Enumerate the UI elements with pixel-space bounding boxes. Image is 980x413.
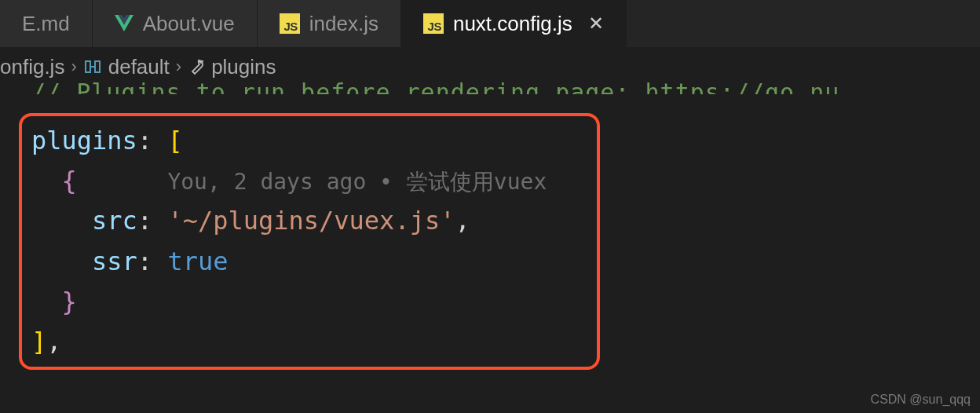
close-icon[interactable]: ✕ [588, 13, 604, 35]
js-icon: JS [280, 13, 300, 34]
tab-label: E.md [22, 12, 70, 36]
highlighted-code-block: plugins: [ { You, 2 days ago • 尝试使用vuex … [19, 113, 600, 370]
code-line: ], [31, 322, 587, 362]
wrench-icon [188, 58, 205, 75]
code-line: src: '~/plugins/vuex.js', [31, 201, 587, 241]
watermark: CSDN @sun_qqq [871, 393, 971, 407]
js-icon: JS [423, 13, 444, 34]
code-line: plugins: [ [31, 121, 587, 161]
tab-index-js[interactable]: JS index.js [258, 0, 401, 47]
code-line: } [31, 282, 587, 322]
module-icon [83, 59, 102, 75]
code-line: ssr: true [31, 242, 587, 282]
code-line: { You, 2 days ago • 尝试使用vuex [31, 161, 587, 201]
tab-label: index.js [309, 12, 378, 36]
tab-label: nuxt.config.js [453, 12, 572, 36]
tab-about-vue[interactable]: About.vue [93, 0, 258, 47]
git-blame-annotation: You, 2 days ago • 尝试使用vuex [167, 169, 547, 195]
tab-label: About.vue [143, 12, 235, 36]
editor-tabs: E.md About.vue JS index.js JS nuxt.confi… [0, 0, 980, 47]
code-comment-line: // Plugins to run before rendering page:… [0, 74, 980, 94]
tab-nuxt-config[interactable]: JS nuxt.config.js ✕ [401, 0, 627, 47]
vue-icon [115, 15, 133, 32]
code-editor[interactable]: // Plugins to run before rendering page:… [0, 86, 980, 370]
tab-readme[interactable]: E.md [0, 0, 93, 47]
